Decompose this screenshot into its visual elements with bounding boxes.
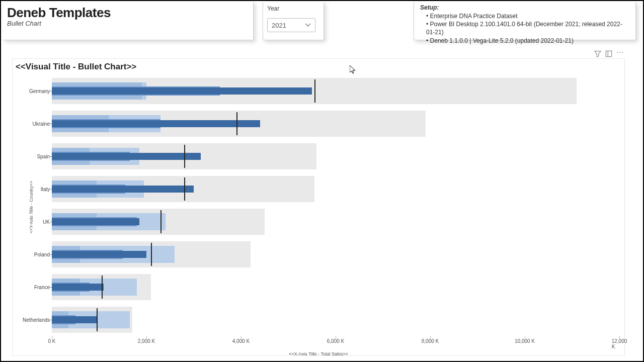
- y-category-label: UK: [18, 219, 50, 225]
- year-slicer-card: Year 2021: [263, 2, 324, 40]
- year-label: Year: [267, 5, 319, 12]
- title-card: Deneb Templates Bullet Chart: [3, 2, 254, 40]
- y-category-label: Spain: [18, 154, 50, 159]
- bullet-chart-visual[interactable]: <<Visual Title - Bullet Chart>> <<Y-Axis…: [12, 58, 625, 356]
- x-tick-label: 4,000 K: [232, 338, 250, 344]
- setup-card: Setup: Enterprise DNA Practice Dataset P…: [414, 2, 636, 40]
- x-tick-label: 0 K: [48, 338, 55, 344]
- setup-item: Enterprise DNA Practice Dataset: [420, 12, 629, 20]
- chart-row: Netherlands: [52, 306, 619, 334]
- y-category-label: Germany: [18, 88, 50, 94]
- year-selected-value: 2021: [272, 22, 286, 29]
- setup-heading: Setup:: [420, 4, 629, 11]
- setup-list: Enterprise DNA Practice Dataset Power BI…: [420, 12, 629, 45]
- chevron-down-icon: [305, 22, 311, 28]
- page-title: Deneb Templates: [7, 5, 249, 21]
- x-axis: 0 K2,000 K4,000 K6,000 K8,000 K10,000 K1…: [52, 338, 619, 345]
- plot-area: GermanyUkraineSpainItalyUKPolandFranceNe…: [52, 77, 619, 338]
- x-tick-label: 12,000 K: [612, 338, 627, 349]
- chart-row: Italy: [52, 175, 619, 203]
- page-subtitle: Bullet Chart: [7, 20, 249, 27]
- svg-rect-0: [606, 51, 612, 56]
- more-options-icon[interactable]: ···: [616, 49, 624, 58]
- chart-row: Germany: [52, 77, 619, 105]
- chart-title: <<Visual Title - Bullet Chart>>: [13, 59, 624, 75]
- x-tick-label: 10,000 K: [515, 338, 535, 344]
- setup-item: Deneb 1.1.0.0 | Vega-Lite 5.2.0 (updated…: [420, 37, 629, 45]
- year-dropdown[interactable]: 2021: [267, 18, 315, 32]
- x-tick-label: 6,000 K: [327, 338, 344, 344]
- chart-row: Spain: [52, 142, 619, 170]
- x-axis-title: <<X-Axis Title - Total Sales>>: [289, 351, 348, 356]
- setup-item: Power BI Desktop 2.100.1401.0 64-bit (De…: [420, 20, 629, 36]
- x-tick-label: 8,000 K: [422, 338, 439, 344]
- chart-row: UK: [52, 208, 619, 236]
- chart-row: Ukraine: [52, 110, 619, 138]
- y-category-label: Netherlands: [18, 317, 50, 323]
- chart-row: Poland: [52, 240, 619, 268]
- y-category-label: Ukraine: [18, 121, 50, 127]
- y-category-label: Poland: [18, 252, 50, 257]
- y-category-label: France: [18, 285, 50, 290]
- x-tick-label: 2,000 K: [138, 338, 155, 344]
- chart-row: France: [52, 273, 619, 301]
- y-category-label: Italy: [18, 187, 50, 192]
